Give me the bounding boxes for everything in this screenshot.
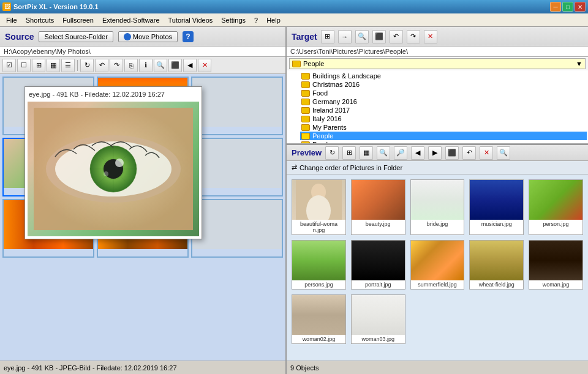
menu-tutorial-videos[interactable]: Tutorial Videos <box>165 15 217 25</box>
tree-item-label: My Parents <box>312 124 347 131</box>
image-tooltip-popup: eye.jpg - 491 KB - Filedate: 12.02.2019 … <box>24 86 202 239</box>
target-header: Target ⊞ → 🔍 ⬛ ↶ ↷ ✕ <box>287 27 588 47</box>
tree-item-italy[interactable]: Italy 2016 <box>300 114 587 123</box>
dropdown-arrow-icon: ▼ <box>576 60 582 67</box>
toolbar-rotate-left[interactable]: ↶ <box>95 59 108 72</box>
svg-point-11 <box>104 171 108 176</box>
toolbar-grid-large[interactable]: ▦ <box>47 59 60 72</box>
target-title: Target <box>292 32 317 42</box>
close-button[interactable]: ✕ <box>575 2 586 12</box>
toolbar-info[interactable]: ℹ <box>139 59 153 72</box>
preview-label: woman03.jpg <box>361 335 395 343</box>
preview-btn-search[interactable]: 🔍 <box>497 146 510 160</box>
preview-btn-delete[interactable]: ✕ <box>480 146 493 160</box>
source-toolbar: ☑ ☐ ⊞ ▦ ☰ ↻ ↶ ↷ ⎘ ℹ 🔍 ⬛ ◀ ✕ <box>0 57 285 74</box>
source-panel: Source Select Source-Folder Move Photos … <box>0 27 287 374</box>
toolbar-grid-small[interactable]: ⊞ <box>32 59 45 72</box>
move-photos-button[interactable]: Move Photos <box>118 31 178 42</box>
tree-item-label: Food <box>312 89 328 97</box>
folder-selector[interactable]: People ▼ <box>289 58 586 69</box>
preview-order-bar: ⇄ Change order of Pictures in Folder <box>287 161 588 174</box>
preview-cell-beautiful-woman[interactable]: beautiful-woman.jpg <box>292 179 346 235</box>
preview-btn-zoom-in[interactable]: 🔍 <box>377 146 390 160</box>
preview-btn-left[interactable]: ◀ <box>411 146 424 160</box>
target-zoom-in[interactable]: 🔍 <box>355 30 369 43</box>
source-image-cell[interactable] <box>191 199 283 258</box>
target-btn-5[interactable]: ↷ <box>407 30 420 43</box>
target-btn-1[interactable]: ⊞ <box>321 30 334 43</box>
minimize-button[interactable]: ─ <box>550 2 561 12</box>
preview-cell-woman[interactable]: woman.jpg <box>529 240 583 290</box>
eye-image-svg <box>34 108 193 230</box>
preview-cell-bride[interactable]: bride.jpg <box>410 179 465 235</box>
preview-btn-right[interactable]: ▶ <box>428 146 442 160</box>
target-btn-3[interactable]: ⬛ <box>372 30 386 43</box>
select-source-folder-button[interactable]: Select Source-Folder <box>39 31 113 42</box>
toolbar-uncheck-all[interactable]: ☐ <box>17 59 31 72</box>
folder-icon <box>301 107 310 114</box>
tree-item-label: People <box>312 132 333 140</box>
folder-icon <box>301 124 310 131</box>
preview-cell-persons[interactable]: persons.jpg <box>292 240 346 290</box>
toolbar-delete[interactable]: ✕ <box>198 59 211 72</box>
menu-shortcuts[interactable]: Shortcuts <box>22 15 58 25</box>
toolbar-check-all[interactable]: ☑ <box>2 59 16 72</box>
tree-item-food[interactable]: Food <box>300 89 587 97</box>
folder-icon <box>301 99 310 105</box>
target-delete[interactable]: ✕ <box>424 30 437 43</box>
help-button[interactable]: ? <box>183 31 194 42</box>
preview-btn-prev[interactable]: ⬛ <box>445 146 459 160</box>
image-label <box>192 127 282 134</box>
menubar: File Shortcuts Fullscreen Extended-Softw… <box>0 13 588 27</box>
menu-file[interactable]: File <box>2 15 21 25</box>
preview-cell-beauty[interactable]: beauty.jpg <box>351 179 405 235</box>
tree-item-ireland[interactable]: Ireland 2017 <box>300 106 587 114</box>
preview-cell-woman02[interactable]: woman02.jpg <box>292 294 346 344</box>
tree-item-label: Germany 2016 <box>312 98 357 105</box>
menu-extended-software[interactable]: Extended-Software <box>99 15 164 25</box>
tree-item-christmas[interactable]: Christmas 2016 <box>300 80 587 89</box>
folder-icon <box>301 116 310 122</box>
tree-item-label: Buildings & Landscape <box>312 72 381 80</box>
preview-cell-person[interactable]: person.jpg <box>529 179 583 235</box>
titlebar-controls: ─ □ ✕ <box>550 2 586 12</box>
menu-question[interactable]: ? <box>251 15 262 25</box>
source-image-cell[interactable] <box>191 77 283 135</box>
preview-cell-wheat-field[interactable]: wheat-field.jpg <box>469 240 524 290</box>
preview-cell-portrait[interactable]: portrait.jpg <box>351 240 405 290</box>
toolbar-search[interactable]: 🔍 <box>154 59 167 72</box>
popup-image <box>28 102 199 236</box>
toolbar-preview[interactable]: ⬛ <box>168 59 182 72</box>
toolbar-copy[interactable]: ⎘ <box>124 59 138 72</box>
preview-btn-grid-small[interactable]: ⊞ <box>342 146 356 160</box>
toolbar-list[interactable]: ☰ <box>61 59 75 72</box>
tree-item-buildings[interactable]: Buildings & Landscape <box>300 72 587 80</box>
titlebar-left: 🖼 SortPix XL - Version 19.0.1 <box>2 2 99 11</box>
target-btn-4[interactable]: ↶ <box>390 30 403 43</box>
preview-btn-undo[interactable]: ↶ <box>462 146 476 160</box>
source-grid: eye.jpg - 491 KB - Filedate: 12.02.2019 … <box>0 74 285 361</box>
source-image-cell[interactable] <box>191 138 283 196</box>
maximize-button[interactable]: □ <box>562 2 573 12</box>
toolbar-prev[interactable]: ◀ <box>183 59 197 72</box>
preview-label: musician.jpg <box>481 220 513 228</box>
preview-cell-summerfield[interactable]: summerfield.jpg <box>410 240 465 290</box>
preview-cell-musician[interactable]: musician.jpg <box>469 179 524 235</box>
menu-help[interactable]: Help <box>263 15 284 25</box>
preview-cell-woman03[interactable]: woman03.jpg <box>351 294 405 344</box>
toolbar-refresh[interactable]: ↻ <box>80 59 94 72</box>
toolbar-separator-1 <box>77 60 78 71</box>
tree-item-myparents[interactable]: My Parents <box>300 123 587 132</box>
tree-item-germany[interactable]: Germany 2016 <box>300 97 587 106</box>
toolbar-rotate-right[interactable]: ↷ <box>110 59 123 72</box>
preview-btn-refresh[interactable]: ↻ <box>325 146 339 160</box>
preview-btn-zoom-out[interactable]: 🔎 <box>394 146 407 160</box>
main-content: Source Select Source-Folder Move Photos … <box>0 27 588 374</box>
menu-fullscreen[interactable]: Fullscreen <box>59 15 97 25</box>
preview-label: portrait.jpg <box>364 280 392 289</box>
tree-item-people[interactable]: People <box>300 132 587 140</box>
image-label <box>4 249 93 256</box>
target-btn-2[interactable]: → <box>338 30 352 43</box>
preview-btn-grid-large[interactable]: ▦ <box>360 146 373 160</box>
menu-settings[interactable]: Settings <box>217 15 249 25</box>
